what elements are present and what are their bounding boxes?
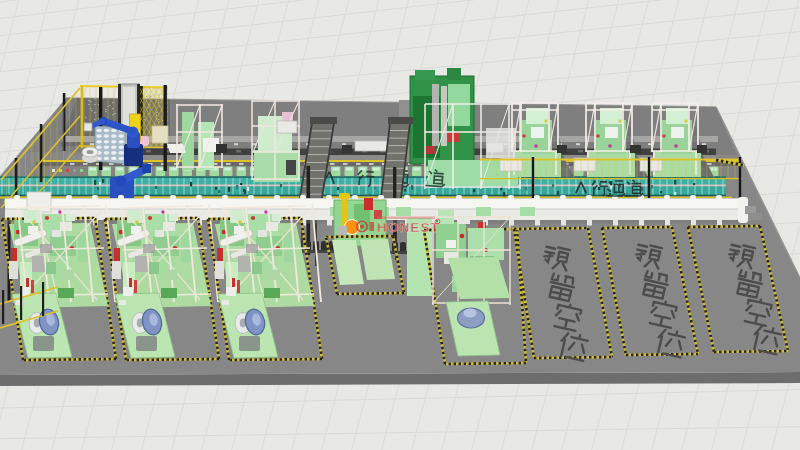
svg-text:HONEST: HONEST: [377, 220, 440, 235]
